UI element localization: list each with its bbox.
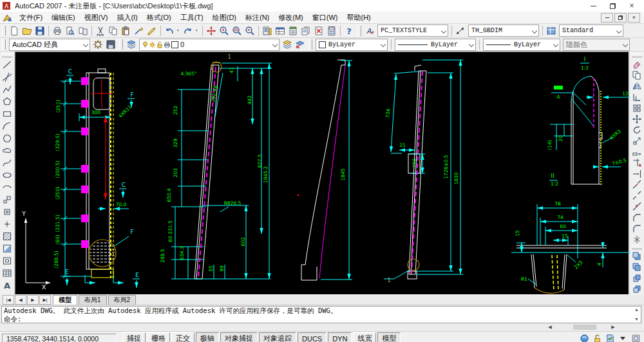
make-block-button[interactable] — [0, 205, 14, 218]
toolbar-grip[interactable] — [357, 26, 361, 36]
toggle-对象追踪[interactable]: 对象追踪 — [259, 332, 296, 342]
plot-style-combo[interactable]: 随颜色 — [563, 39, 630, 51]
save-button[interactable] — [33, 24, 46, 37]
zoom-window-button[interactable] — [231, 24, 243, 37]
tab-layout1[interactable]: 布局1 — [79, 295, 107, 305]
layers-button[interactable] — [125, 39, 138, 51]
tab-nav-last-icon[interactable]: ▶| — [39, 295, 51, 305]
command-text-area[interactable]: Autodesk DWG。 此文件上次由 Autodesk 应用程序或 Auto… — [1, 306, 641, 323]
toggle-对象捕捉[interactable]: 对象捕捉 — [220, 332, 258, 342]
sheetset-manager-button[interactable] — [299, 24, 312, 37]
circle-button[interactable] — [0, 132, 14, 144]
command-hscrollbar[interactable]: ◀ ▶ — [545, 324, 641, 330]
rotate-button[interactable] — [630, 124, 644, 135]
menu-v[interactable]: 视图(V) — [80, 12, 113, 23]
table-button[interactable] — [0, 267, 14, 279]
minimize-icon[interactable] — [583, 0, 603, 12]
array-button[interactable] — [630, 102, 644, 113]
menu-i[interactable]: 插入(I) — [112, 12, 142, 23]
draworder-under-button[interactable] — [630, 283, 644, 294]
toggle-正交[interactable]: 正交 — [171, 332, 194, 342]
lineweight-combo[interactable]: ByLayer — [483, 39, 560, 51]
toolbar-grip[interactable] — [2, 39, 6, 50]
draworder-above-button[interactable] — [630, 272, 644, 283]
join-button[interactable] — [630, 201, 644, 212]
break-button[interactable] — [630, 190, 644, 201]
close-icon[interactable]: × — [622, 0, 641, 12]
text-style-combo[interactable]: PC_TEXTSTYLE — [377, 24, 448, 37]
quickcalc-button[interactable] — [325, 24, 338, 37]
ellipse-button[interactable] — [0, 169, 14, 181]
plot-button[interactable] — [51, 24, 64, 37]
extend-button[interactable] — [630, 168, 644, 179]
revision-cloud-button[interactable] — [0, 144, 14, 157]
new-button[interactable] — [8, 24, 21, 37]
multiline-text-button[interactable]: A — [0, 279, 14, 291]
publish-button[interactable] — [77, 24, 90, 37]
trim-button[interactable] — [630, 157, 644, 168]
drawing-canvas[interactable]: (251)(329.5)(200.5)(250)(231.5)(60)(288.… — [15, 52, 629, 295]
redo-button[interactable] — [182, 24, 194, 37]
drawing-status-bar-button[interactable] — [605, 334, 615, 342]
tab-model[interactable]: 模型 — [53, 295, 77, 305]
polyline-button[interactable] — [0, 83, 14, 95]
toggle-DUCS[interactable]: DUCS — [298, 332, 327, 342]
draworder-back-button[interactable] — [630, 261, 644, 272]
properties-button[interactable] — [261, 24, 274, 37]
break-at-point-button[interactable] — [630, 179, 644, 190]
open-button[interactable] — [21, 24, 33, 37]
menu-n[interactable]: 标注(N) — [241, 12, 274, 23]
workspace-settings-button[interactable] — [91, 39, 104, 51]
menu-t[interactable]: 工具(T) — [176, 12, 208, 23]
toggle-栅格[interactable]: 栅格 — [147, 332, 170, 342]
construction-line-button[interactable] — [0, 71, 14, 83]
fillet-button[interactable] — [630, 223, 644, 234]
layer-properties-button[interactable] — [281, 39, 294, 51]
clean-screen-button[interactable] — [630, 334, 641, 342]
communication-center-button[interactable] — [579, 334, 589, 342]
undo-button[interactable] — [163, 24, 176, 37]
scroll-thumb[interactable] — [573, 325, 596, 330]
explode-button[interactable] — [630, 234, 644, 245]
paste-button[interactable] — [120, 24, 133, 37]
scale-button[interactable] — [630, 135, 644, 146]
arc-button[interactable] — [0, 120, 14, 132]
coordinate-readout[interactable]: 1358.4762, 3440.1514, 0.0000 — [2, 334, 117, 342]
match-properties-button[interactable] — [133, 24, 146, 37]
line-button[interactable] — [0, 59, 14, 71]
stretch-button[interactable] — [630, 146, 644, 157]
tab-nav-next-icon[interactable]: ▶ — [27, 295, 39, 305]
tab-nav-first-icon[interactable]: |◀ — [3, 295, 14, 305]
scroll-left-icon[interactable]: ◀ — [545, 324, 555, 330]
toggle-模型[interactable]: 模型 — [377, 332, 401, 342]
toolbar-grip[interactable] — [632, 53, 642, 57]
plot-preview-button[interactable] — [64, 24, 77, 37]
workspace-combo[interactable]: AutoCAD 经典 — [9, 39, 90, 51]
mirror-button[interactable] — [630, 81, 644, 91]
tool-palettes-button[interactable] — [287, 24, 299, 37]
toggle-捕捉[interactable]: 捕捉 — [122, 332, 146, 342]
move-button[interactable] — [630, 113, 644, 124]
menu-f[interactable]: 文件(F) — [15, 12, 47, 23]
scroll-right-icon[interactable]: ▶ — [608, 324, 618, 330]
copy-button[interactable] — [107, 24, 120, 37]
menu-e[interactable]: 编辑(E) — [47, 12, 80, 23]
mdi-restore-icon[interactable] — [614, 13, 627, 23]
mdi-close-icon[interactable]: × — [628, 13, 640, 23]
ellipse-arc-button[interactable] — [0, 181, 14, 193]
menu-h[interactable]: 帮助(H) — [343, 12, 375, 23]
designcenter-button[interactable] — [274, 24, 287, 37]
text-style-icon[interactable]: A — [363, 24, 376, 37]
restore-icon[interactable] — [603, 0, 622, 12]
mdi-minimize-icon[interactable] — [601, 13, 613, 23]
spline-button[interactable] — [0, 157, 14, 169]
markup-manager-button[interactable] — [312, 24, 325, 37]
linetype-combo[interactable]: ByLayer — [395, 39, 476, 51]
status-menu-arrow-button[interactable] — [618, 334, 628, 342]
undo-dropdown-button[interactable] — [176, 24, 182, 37]
color-combo[interactable]: ByLayer — [316, 39, 388, 51]
point-button[interactable] — [0, 218, 14, 230]
pan-button[interactable] — [205, 24, 218, 37]
toggle-线宽[interactable]: 线宽 — [353, 332, 376, 342]
menu-m[interactable]: 修改(M) — [274, 12, 308, 23]
